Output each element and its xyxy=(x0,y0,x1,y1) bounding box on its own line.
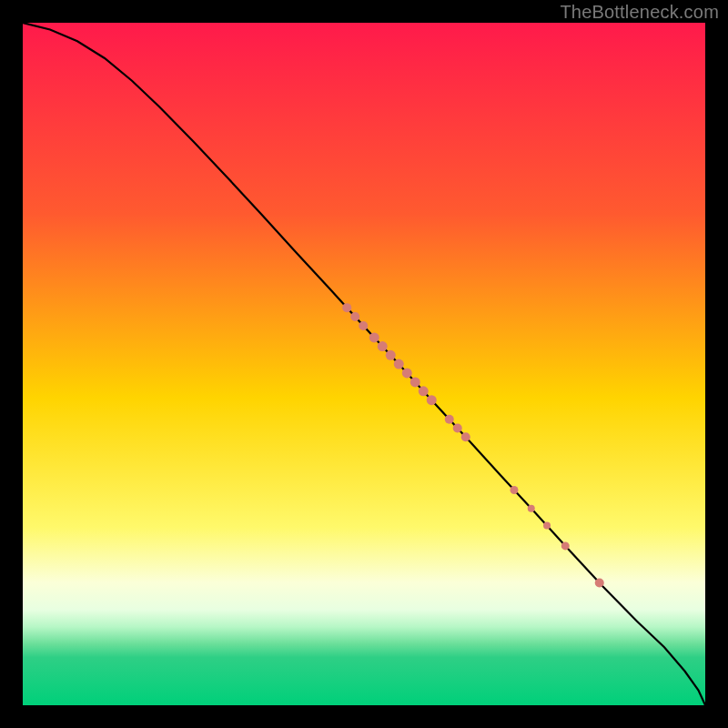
curve-layer xyxy=(23,23,705,705)
main-curve xyxy=(23,23,705,705)
curve-marker xyxy=(445,415,454,424)
curve-marker xyxy=(402,368,412,378)
curve-marker xyxy=(511,486,519,494)
curve-marker xyxy=(410,377,420,387)
curve-marker xyxy=(394,359,404,369)
curve-marker xyxy=(461,432,470,441)
curve-marker xyxy=(342,303,351,312)
watermark-text: TheBottleneck.com xyxy=(560,2,719,23)
curve-marker xyxy=(386,350,396,360)
plot-area xyxy=(23,23,705,705)
curve-marker xyxy=(359,321,368,330)
chart-stage: TheBottleneck.com xyxy=(0,0,728,728)
curve-marker xyxy=(419,386,429,396)
curve-marker xyxy=(453,423,462,432)
curve-marker xyxy=(561,541,570,550)
curve-marker xyxy=(369,332,379,342)
curve-marker xyxy=(427,395,437,405)
curve-marker xyxy=(543,522,551,530)
curve-marker xyxy=(350,312,359,321)
curve-marker xyxy=(528,505,535,512)
curve-marker xyxy=(378,341,388,351)
curve-marker xyxy=(595,578,604,587)
